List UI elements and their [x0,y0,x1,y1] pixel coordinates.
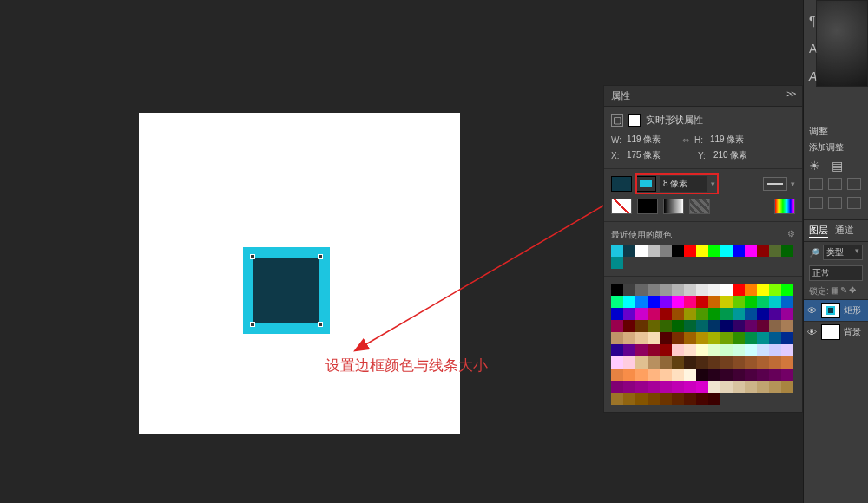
palette-color-swatch[interactable] [781,369,793,381]
palette-color-swatch[interactable] [635,320,648,332]
palette-color-swatch[interactable] [720,369,733,381]
palette-color-swatch[interactable] [623,332,635,344]
palette-color-swatch[interactable] [745,356,757,369]
palette-color-swatch[interactable] [696,356,708,369]
lock-transparent-icon[interactable]: ▦ [831,285,838,297]
palette-color-swatch[interactable] [696,320,708,332]
palette-color-swatch[interactable] [696,296,708,308]
recent-color-swatch[interactable] [745,245,757,257]
palette-color-swatch[interactable] [635,344,648,356]
palette-color-swatch[interactable] [720,320,733,332]
palette-color-swatch[interactable] [623,284,635,296]
palette-color-swatch[interactable] [733,356,745,369]
levels-icon[interactable]: ▤ [832,159,849,174]
adjust-icon-2[interactable] [828,178,842,190]
palette-color-swatch[interactable] [611,284,623,296]
palette-color-swatch[interactable] [769,344,781,356]
palette-color-swatch[interactable] [684,381,696,393]
palette-color-swatch[interactable] [635,356,648,369]
palette-color-swatch[interactable] [623,393,635,405]
palette-color-swatch[interactable] [720,344,733,356]
palette-color-swatch[interactable] [672,284,684,296]
palette-color-swatch[interactable] [684,356,696,369]
palette-color-swatch[interactable] [769,369,781,381]
palette-color-swatch[interactable] [635,381,648,393]
visibility-icon[interactable]: 👁 [807,305,818,316]
lock-move-icon[interactable]: ✥ [849,285,856,297]
palette-color-swatch[interactable] [696,381,708,393]
palette-color-swatch[interactable] [720,332,733,344]
palette-color-swatch[interactable] [781,356,793,369]
palette-color-swatch[interactable] [672,393,684,405]
palette-color-swatch[interactable] [708,381,720,393]
recent-color-swatch[interactable] [611,257,623,269]
recent-color-swatch[interactable] [648,245,660,257]
link-wh-icon[interactable]: ⇔ [682,135,689,145]
palette-color-swatch[interactable] [672,369,684,381]
palette-color-swatch[interactable] [708,356,720,369]
palette-color-swatch[interactable] [611,308,623,320]
palette-color-swatch[interactable] [769,284,781,296]
palette-color-swatch[interactable] [696,369,708,381]
palette-color-swatch[interactable] [781,308,793,320]
stroke-swatch[interactable] [635,176,656,192]
palette-color-swatch[interactable] [781,296,793,308]
palette-color-swatch[interactable] [672,344,684,356]
recent-color-swatch[interactable] [720,245,733,257]
stroke-width-input[interactable] [660,176,707,192]
palette-color-swatch[interactable] [623,296,635,308]
palette-color-swatch[interactable] [781,332,793,344]
layer-row[interactable]: 👁背景 [804,322,868,343]
palette-color-swatch[interactable] [708,308,720,320]
palette-color-swatch[interactable] [611,320,623,332]
palette-color-swatch[interactable] [635,332,648,344]
palette-color-swatch[interactable] [672,381,684,393]
blend-mode-select[interactable]: 正常 [809,265,863,281]
palette-color-swatch[interactable] [684,320,696,332]
stroke-style-dropdown-icon[interactable]: ▾ [791,180,795,188]
recent-color-swatch[interactable] [781,245,793,257]
palette-color-swatch[interactable] [720,308,733,320]
palette-color-swatch[interactable] [684,332,696,344]
brightness-icon[interactable]: ☀ [809,159,826,174]
palette-color-swatch[interactable] [696,344,708,356]
adjust-icon-6[interactable] [847,197,861,209]
palette-color-swatch[interactable] [745,369,757,381]
canvas[interactable] [139,113,460,434]
palette-color-swatch[interactable] [720,381,733,393]
palette-color-swatch[interactable] [720,356,733,369]
palette-color-swatch[interactable] [648,284,660,296]
recent-color-swatch[interactable] [672,245,684,257]
palette-color-swatch[interactable] [672,320,684,332]
palette-color-swatch[interactable] [672,356,684,369]
palette-color-swatch[interactable] [708,344,720,356]
palette-color-swatch[interactable] [648,308,660,320]
palette-color-swatch[interactable] [635,284,648,296]
palette-color-swatch[interactable] [745,308,757,320]
palette-color-swatch[interactable] [660,393,672,405]
palette-color-swatch[interactable] [623,381,635,393]
palette-color-swatch[interactable] [648,344,660,356]
layer-type-select[interactable]: 类型 ▾ [823,245,863,260]
palette-color-swatch[interactable] [672,296,684,308]
handle-top-right[interactable] [318,254,323,259]
palette-color-swatch[interactable] [660,381,672,393]
palette-color-swatch[interactable] [660,332,672,344]
palette-color-swatch[interactable] [611,356,623,369]
width-value[interactable]: 119 像素 [627,134,677,146]
palette-color-swatch[interactable] [648,332,660,344]
palette-color-swatch[interactable] [684,369,696,381]
palette-color-swatch[interactable] [769,381,781,393]
handle-top-left[interactable] [250,254,255,259]
palette-color-swatch[interactable] [708,393,720,405]
recent-color-swatch[interactable] [623,245,635,257]
layer-filter-icon[interactable]: 🔎 [809,248,819,258]
color-picker-icon[interactable] [774,199,795,214]
recent-color-swatch[interactable] [696,245,708,257]
palette-color-swatch[interactable] [684,296,696,308]
palette-color-swatch[interactable] [757,296,769,308]
palette-color-swatch[interactable] [648,320,660,332]
panel-more-icon[interactable]: >> [786,89,795,102]
palette-color-swatch[interactable] [684,308,696,320]
handle-bottom-right[interactable] [318,322,323,327]
